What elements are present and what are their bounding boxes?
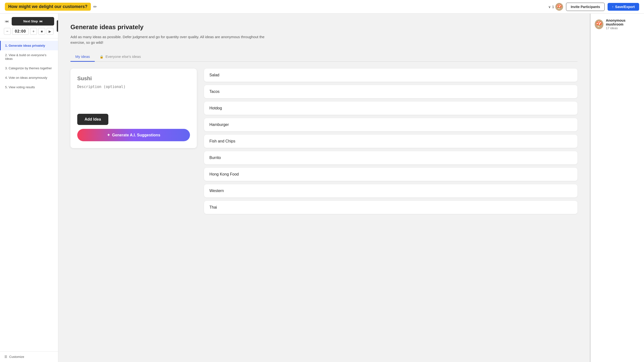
next-step-button[interactable]: Next Step ⏭: [12, 17, 54, 26]
ideas-list: Salad Tacos Hotdog Hamburger Fish and Ch…: [204, 69, 578, 214]
participant-number: 1: [552, 5, 554, 9]
timer-row: − 02:00 + ■ ▶: [4, 28, 54, 35]
nav-steps: 1. Generate ideas privately 2. View & bu…: [0, 39, 58, 351]
step-1-label: 1. Generate ideas privately: [5, 44, 45, 47]
step-4-label: 4. Vote on ideas anonymously: [5, 76, 47, 80]
idea-text-2: Tacos: [210, 90, 220, 94]
idea-text-8: Western: [210, 189, 224, 193]
sidebar-item-step-2[interactable]: 2. View & build on everyone's ideas: [0, 50, 58, 64]
participant-avatar: 🍄: [595, 20, 604, 29]
participant-count: ∨ 1 🍄: [548, 3, 563, 11]
session-title[interactable]: How might we delight our customers?: [5, 3, 91, 11]
generate-ai-suggestions-button[interactable]: ✦ Generate A.I. Suggestions: [77, 129, 190, 141]
admin-tab[interactable]: Admin: [56, 20, 58, 32]
timer-display: 02:00: [12, 28, 29, 35]
idea-text-7: Hong Kong Food: [210, 172, 239, 176]
timer-stop-button[interactable]: ■: [38, 28, 45, 35]
idea-text-6: Burrito: [210, 156, 221, 160]
mushroom-avatar-icon: 🍄: [555, 3, 563, 11]
invite-participants-button[interactable]: Invite Participants: [566, 3, 605, 11]
idea-item-5: Fish and Chips: [204, 135, 578, 148]
next-step-row: ⏮ Next Step ⏭: [4, 17, 54, 26]
idea-item-4: Hamburger: [204, 118, 578, 131]
tab-everyone-ideas[interactable]: 🔒 Everyone else's ideas: [95, 52, 146, 61]
idea-description-input[interactable]: [77, 85, 190, 109]
step-5-label: 5. View voting results: [5, 85, 35, 89]
save-export-button[interactable]: ↑ Save/Export: [608, 3, 639, 11]
tabs-row: My ideas 🔒 Everyone else's ideas: [70, 52, 578, 62]
lock-icon: 🔒: [100, 55, 104, 59]
chevron-down-icon: ∨: [548, 5, 551, 9]
sidebar-item-step-5[interactable]: 5. View voting results: [0, 82, 58, 92]
participant-info: Anonymous mushroom 17 ideas: [606, 19, 640, 30]
next-step-label: Next Step: [23, 20, 38, 23]
sidebar-item-step-3[interactable]: 3. Categorize by themes together: [0, 64, 58, 73]
next-step-icon: ⏭: [39, 20, 42, 23]
idea-item-6: Burrito: [204, 151, 578, 164]
idea-item-8: Western: [204, 184, 578, 197]
topbar: How might we delight our customers? ✏ ∨ …: [0, 0, 644, 14]
timer-play-button[interactable]: ▶: [47, 28, 54, 35]
idea-text-3: Hotdog: [210, 106, 222, 110]
sidebar-item-step-4[interactable]: 4. Vote on ideas anonymously: [0, 73, 58, 82]
idea-text-4: Hamburger: [210, 123, 229, 127]
topbar-left: How might we delight our customers? ✏: [5, 3, 97, 11]
page-title: Generate ideas privately: [70, 23, 578, 31]
edit-icon[interactable]: ✏: [93, 4, 97, 10]
add-idea-button[interactable]: Add Idea: [77, 114, 108, 125]
participant-ideas-count: 17 ideas: [606, 26, 640, 30]
ai-icon: ✦: [107, 133, 110, 137]
sidebar-controls-wrapper: ⏮ Next Step ⏭ − 02:00 + ■ ▶ Admin: [0, 14, 58, 39]
tab-my-ideas-label: My ideas: [75, 55, 90, 59]
participant-entry: 🍄 Anonymous mushroom 17 ideas: [595, 19, 640, 30]
tab-everyone-ideas-label: Everyone else's ideas: [106, 55, 141, 59]
save-icon: ↑: [612, 5, 614, 9]
idea-input-card: Add Idea ✦ Generate A.I. Suggestions: [70, 69, 197, 148]
idea-item-2: Tacos: [204, 85, 578, 98]
app-layout: ⏮ Next Step ⏭ − 02:00 + ■ ▶ Admin 1. G: [0, 14, 644, 362]
step-2-label: 2. View & build on everyone's ideas: [5, 53, 46, 61]
page-description: Add as many ideas as possible. Defer jud…: [70, 34, 277, 45]
save-label: Save/Export: [615, 5, 635, 9]
left-sidebar: ⏮ Next Step ⏭ − 02:00 + ■ ▶ Admin 1. G: [0, 14, 58, 362]
sidebar-item-step-1[interactable]: 1. Generate ideas privately: [0, 41, 58, 50]
idea-title-input[interactable]: [77, 75, 190, 82]
content-area: Add Idea ✦ Generate A.I. Suggestions Sal…: [70, 69, 578, 214]
topbar-right: ∨ 1 🍄 Invite Participants ↑ Save/Export: [548, 3, 639, 11]
participant-name: Anonymous mushroom: [606, 19, 640, 26]
avatar-emoji: 🍄: [596, 21, 602, 28]
idea-text-5: Fish and Chips: [210, 139, 236, 143]
customize-label: Customize: [9, 355, 24, 358]
idea-text-9: Thai: [210, 205, 217, 209]
timer-plus-button[interactable]: +: [30, 28, 37, 35]
customize-row[interactable]: ☰ Customize: [0, 351, 58, 362]
right-sidebar: 🍄 Anonymous mushroom 17 ideas: [590, 14, 644, 362]
idea-text-1: Salad: [210, 73, 219, 77]
customize-icon: ☰: [4, 355, 7, 358]
idea-item-9: Thai: [204, 201, 578, 214]
idea-item-3: Hotdog: [204, 102, 578, 115]
sidebar-controls: ⏮ Next Step ⏭ − 02:00 + ■ ▶: [0, 14, 58, 39]
step-3-label: 3. Categorize by themes together: [5, 66, 52, 70]
tab-my-ideas[interactable]: My ideas: [70, 52, 95, 62]
ai-button-label: Generate A.I. Suggestions: [112, 133, 160, 137]
main-content: Generate ideas privately Add as many ide…: [58, 14, 590, 362]
idea-item-7: Hong Kong Food: [204, 168, 578, 181]
prev-step-button[interactable]: ⏮: [4, 18, 10, 25]
timer-minus-button[interactable]: −: [4, 28, 11, 35]
idea-item-1: Salad: [204, 69, 578, 82]
